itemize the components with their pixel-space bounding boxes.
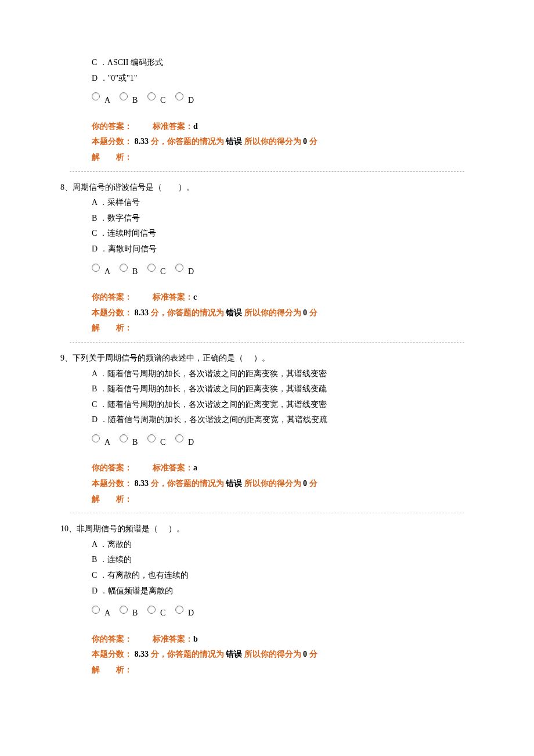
score-unit2: 分	[309, 308, 317, 317]
radio-label-a: A	[104, 431, 117, 451]
q10-option-a: A ．离散的	[92, 537, 464, 553]
your-answer-label: 你的答案：	[92, 635, 132, 643]
score-unit2: 分	[309, 650, 317, 658]
divider	[70, 171, 464, 172]
radio-icon[interactable]	[147, 606, 156, 614]
std-answer-label: 标准答案：	[153, 293, 193, 301]
score-unit: 分	[151, 308, 159, 317]
q10-option-d: D ．幅值频谱是离散的	[92, 584, 464, 599]
q7-radio-row: A B C D	[92, 89, 464, 109]
q7-option-d: D ．"0"或"1"	[92, 71, 464, 87]
question-9: 9、下列关于周期信号的频谱的表述中，正确的是（ ）。 A ．随着信号周期的加长，…	[70, 351, 464, 507]
q7-result: 你的答案： 标准答案：d 本题分数： 8.33 分，你答题的情况为 错误 所以你…	[92, 119, 464, 165]
radio-icon[interactable]	[175, 264, 183, 272]
q7-std-answer: d	[193, 122, 198, 131]
q8-result: 你的答案： 标准答案：c 本题分数： 8.33 分，你答题的情况为 错误 所以你…	[92, 290, 464, 336]
q7-option-c: C ．ASCII 编码形式	[92, 55, 464, 71]
question-10: 10、非周期信号的频谱是（ ）。 A ．离散的 B ．连续的 C ．有离散的，也…	[70, 521, 464, 678]
q10-result: 你的答案： 标准答案：b 本题分数： 8.33 分，你答题的情况为 错误 所以你…	[92, 632, 464, 678]
so-score-prefix: 所以你的得分为	[244, 479, 301, 488]
radio-label-a: A	[104, 89, 117, 109]
radio-icon[interactable]	[120, 434, 128, 442]
q8-option-a: A ．采样信号	[92, 195, 464, 211]
score-unit2: 分	[309, 479, 317, 488]
radio-icon[interactable]	[120, 606, 128, 614]
so-score-prefix: 所以你的得分为	[244, 137, 301, 146]
so-score-prefix: 所以你的得分为	[244, 308, 301, 317]
q8-radio-row: A B C D	[92, 261, 464, 280]
score-unit2: 分	[309, 137, 317, 146]
radio-label-d: D	[188, 261, 201, 280]
q9-option-c: C ．随着信号周期的加长，各次谐波之间的距离变宽，其谱线变密	[92, 397, 464, 413]
q7-status: 错误	[226, 137, 242, 146]
explain-label: 解 析：	[92, 321, 464, 336]
q8-score-value: 8.33	[135, 308, 149, 317]
q7-got: 0	[303, 137, 307, 146]
radio-label-b: B	[132, 602, 145, 621]
divider	[70, 513, 464, 513]
radio-icon[interactable]	[120, 264, 128, 272]
so-score-prefix: 所以你的得分为	[244, 650, 301, 658]
status-phrase-prefix: ，你答题的情况为	[159, 308, 224, 317]
radio-label-d: D	[188, 431, 201, 451]
radio-label-b: B	[132, 89, 145, 109]
q10-option-b: B ．连续的	[92, 552, 464, 568]
q9-radio-row: A B C D	[92, 431, 464, 451]
score-prefix: 本题分数：	[92, 308, 132, 317]
radio-icon[interactable]	[120, 92, 128, 100]
explain-label: 解 析：	[92, 492, 464, 507]
q9-std-answer: a	[193, 463, 197, 472]
radio-label-a: A	[104, 602, 117, 621]
std-answer-label: 标准答案：	[153, 463, 193, 472]
q8-status: 错误	[226, 308, 242, 317]
status-phrase-prefix: ，你答题的情况为	[159, 137, 224, 146]
radio-label-c: C	[160, 431, 173, 451]
radio-icon[interactable]	[92, 606, 100, 614]
q8-std-answer: c	[193, 293, 197, 301]
radio-icon[interactable]	[147, 92, 156, 100]
score-prefix: 本题分数：	[92, 137, 132, 146]
q8-option-c: C ．连续时间信号	[92, 226, 464, 242]
q7-score-value: 8.33	[135, 137, 149, 146]
q10-radio-row: A B C D	[92, 602, 464, 621]
radio-label-b: B	[132, 431, 145, 451]
q8-option-d: D ．离散时间信号	[92, 242, 464, 257]
q8-option-b: B ．数字信号	[92, 211, 464, 226]
divider	[70, 342, 464, 343]
q8-stem: 8、周期信号的谐波信号是（ ）。	[60, 180, 464, 196]
q9-got: 0	[303, 479, 307, 488]
q8-got: 0	[303, 308, 307, 317]
radio-label-c: C	[160, 261, 173, 280]
radio-icon[interactable]	[175, 606, 183, 614]
radio-label-d: D	[188, 602, 201, 621]
q9-status: 错误	[226, 479, 242, 488]
radio-icon[interactable]	[92, 92, 100, 100]
radio-icon[interactable]	[92, 264, 100, 272]
score-prefix: 本题分数：	[92, 479, 132, 488]
radio-label-b: B	[132, 261, 145, 280]
score-unit: 分	[151, 479, 159, 488]
radio-icon[interactable]	[175, 92, 183, 100]
score-unit: 分	[151, 650, 159, 658]
radio-icon[interactable]	[175, 434, 183, 442]
q9-option-d: D ．随着信号周期的加长，各次谐波之间的距离变宽，其谱线变疏	[92, 412, 464, 428]
your-answer-label: 你的答案：	[92, 463, 132, 472]
your-answer-label: 你的答案：	[92, 293, 132, 301]
radio-label-c: C	[160, 602, 173, 621]
q9-result: 你的答案： 标准答案：a 本题分数： 8.33 分，你答题的情况为 错误 所以你…	[92, 460, 464, 507]
q10-stem: 10、非周期信号的频谱是（ ）。	[60, 521, 464, 537]
exam-page: C ．ASCII 编码形式 D ．"0"或"1" A B C D 你的答案： 标…	[0, 0, 534, 719]
question-7-partial: C ．ASCII 编码形式 D ．"0"或"1" A B C D 你的答案： 标…	[70, 55, 464, 165]
q10-score-value: 8.33	[135, 650, 149, 658]
radio-label-c: C	[160, 89, 173, 109]
radio-icon[interactable]	[147, 434, 156, 442]
radio-icon[interactable]	[92, 434, 100, 442]
status-phrase-prefix: ，你答题的情况为	[159, 650, 224, 658]
std-answer-label: 标准答案：	[153, 635, 193, 643]
q10-got: 0	[303, 650, 307, 658]
status-phrase-prefix: ，你答题的情况为	[159, 479, 224, 488]
q10-status: 错误	[226, 650, 242, 658]
radio-icon[interactable]	[147, 264, 156, 272]
score-unit: 分	[151, 137, 159, 146]
explain-label: 解 析：	[92, 150, 464, 165]
